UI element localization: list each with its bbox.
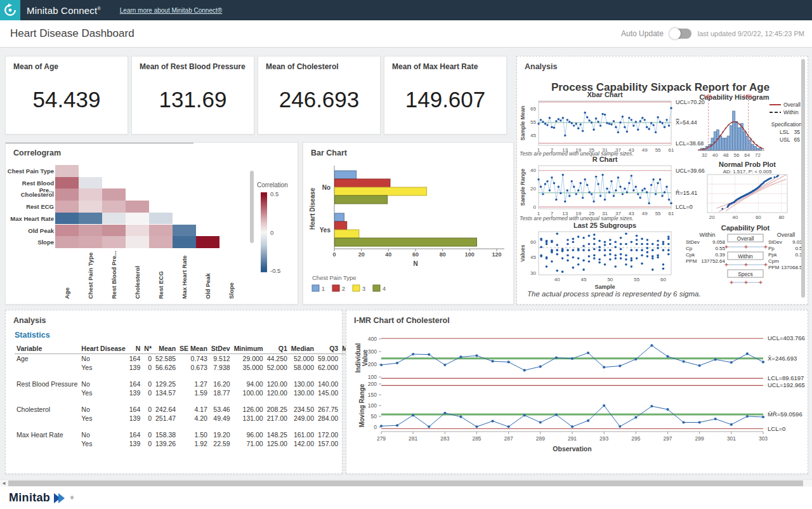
table-cell: 142.00 <box>289 439 316 448</box>
svg-text:60: 60 <box>530 239 536 245</box>
table-cell: Yes <box>79 363 127 372</box>
table-cell: 56.626 <box>154 363 178 372</box>
table-cell: 0 <box>142 363 154 372</box>
svg-text:Overall: Overall <box>737 235 754 242</box>
brand-name: Minitab Connect® <box>27 5 101 16</box>
svg-text:AD: 1.517, P: < 0.005: AD: 1.517, P: < 0.005 <box>723 169 772 175</box>
table-row: CholesterolNo1640242.644.1753.46126.0020… <box>15 405 375 414</box>
table-row: Max Heart RateNo1640158.381.5019.2096.00… <box>15 430 375 439</box>
svg-text:3: 3 <box>362 286 365 292</box>
table-cell: 131.00 <box>232 414 265 423</box>
correlogram-cell <box>196 236 219 248</box>
svg-text:55: 55 <box>655 211 661 216</box>
table-cell: 35.000 <box>232 363 265 372</box>
correlogram-legend-title: Correlation <box>257 182 288 188</box>
bar-chart: 020406080100120NoYesNHeart DiseaseChest … <box>303 143 512 303</box>
table-cell: 139.26 <box>154 439 178 448</box>
svg-text:293: 293 <box>599 435 608 442</box>
correlogram-cell <box>102 225 126 237</box>
svg-text:LCL=0: LCL=0 <box>768 425 785 432</box>
auto-update-toggle[interactable] <box>670 29 691 39</box>
svg-text:Moving Range: Moving Range <box>358 383 365 427</box>
svg-text:303: 303 <box>759 435 768 442</box>
table-cell: 22.59 <box>209 439 232 448</box>
svg-text:LSL: LSL <box>704 93 714 99</box>
table-cell: 4.17 <box>178 405 209 414</box>
table-cell: 139 <box>128 439 143 448</box>
svg-text:150: 150 <box>368 392 377 398</box>
table-cell <box>15 363 79 372</box>
scrollbar-thumb[interactable] <box>250 171 254 243</box>
table-cell: 96.00 <box>232 430 265 439</box>
correlogram-cell <box>126 213 149 225</box>
table-cell: 158.38 <box>154 430 178 439</box>
table-cell: 71.00 <box>232 439 265 448</box>
spacer <box>15 372 375 380</box>
svg-text:80: 80 <box>440 251 446 258</box>
column-header: Variable <box>15 343 79 354</box>
svg-text:200: 200 <box>368 381 377 387</box>
table-cell: 49.49 <box>209 414 232 423</box>
table-cell: 120.00 <box>265 380 289 388</box>
svg-text:N: N <box>413 260 417 267</box>
table-cell: Yes <box>79 439 127 448</box>
learn-more-link[interactable]: Learn more about Minitab Connect® <box>120 7 222 14</box>
svg-text:4: 4 <box>383 286 386 292</box>
table-row: Rest Blood PressureNo1640129.251.2716.20… <box>15 380 375 388</box>
svg-text:35: 35 <box>794 129 801 135</box>
correlogram-col-label: Rest ECG <box>157 252 165 299</box>
scroll-left-arrow-icon[interactable]: ◄ <box>1 480 6 486</box>
svg-text:20: 20 <box>709 215 715 220</box>
svg-text:20: 20 <box>530 186 536 192</box>
svg-text:65: 65 <box>794 136 801 143</box>
page-header: Heart Disease Dashboard Auto Update last… <box>0 20 812 48</box>
svg-text:100: 100 <box>368 374 377 380</box>
svg-text:Process Capability Sixpack Rep: Process Capability Sixpack Report for Ag… <box>551 81 769 93</box>
svg-text:LCL=89.6197: LCL=89.6197 <box>768 374 804 381</box>
table-cell: 284.00 <box>316 414 340 423</box>
svg-text:StDev: StDev <box>768 239 782 245</box>
correlogram-cell <box>79 188 102 201</box>
table-cell: 19.20 <box>209 430 232 439</box>
svg-text:Last 25 Subgroups: Last 25 Subgroups <box>573 221 636 229</box>
kpi-label: Mean of Max Heart Rate <box>392 62 478 71</box>
table-cell: 0.673 <box>178 363 209 372</box>
svg-text:285: 285 <box>472 435 481 442</box>
table-cell: 0 <box>142 354 154 364</box>
toggle-knob[interactable] <box>669 28 681 39</box>
table-cell: Age <box>15 354 79 364</box>
svg-text:279: 279 <box>377 435 386 442</box>
svg-text:Chest Pain Type: Chest Pain Type <box>312 274 357 281</box>
svg-text:0: 0 <box>534 204 537 210</box>
table-row: AgeNo164052.5850.7439.51229.00044.25052.… <box>15 354 375 364</box>
table-row: Yes139056.6260.6737.93835.00052.00058.00… <box>15 363 375 372</box>
table-cell: 0 <box>142 430 154 439</box>
svg-text:The actual process spread is r: The actual process spread is represented… <box>527 290 701 298</box>
svg-text:297: 297 <box>663 435 672 442</box>
table-cell: 145.00 <box>316 388 340 397</box>
correlogram-panel: Correlogram Chest Pain TypeRest Blood Pr… <box>5 142 298 305</box>
page-title: Heart Disease Dashboard <box>10 27 134 40</box>
svg-text:1: 1 <box>322 286 325 292</box>
table-cell: 172.00 <box>316 430 340 439</box>
table-cell: 129.25 <box>154 380 178 388</box>
table-cell: 267.75 <box>316 405 340 414</box>
svg-text:0.55: 0.55 <box>715 246 725 251</box>
top-navbar: Minitab Connect® Learn more about Minita… <box>0 0 812 20</box>
correlogram-cell <box>55 201 79 213</box>
correlogram-cell <box>79 225 102 237</box>
svg-text:Observation: Observation <box>553 445 591 453</box>
table-cell: Yes <box>79 414 127 423</box>
correlogram-col-label: Chest Pain Type <box>87 252 95 299</box>
minitab-connect-logo[interactable] <box>0 0 20 20</box>
scrollbar-thumb[interactable] <box>8 480 803 486</box>
svg-text:Heart Disease: Heart Disease <box>309 187 316 230</box>
svg-text:X̄=246.693: X̄=246.693 <box>768 355 797 362</box>
auto-update-label: Auto Update <box>621 29 664 38</box>
svg-text:80: 80 <box>778 215 784 220</box>
table-cell: 59.000 <box>316 354 340 364</box>
correlogram-cell <box>55 225 79 237</box>
scrollbar-thumb[interactable] <box>801 59 805 298</box>
statistics-heading: Statistics <box>15 331 50 340</box>
svg-text:61: 61 <box>669 211 674 216</box>
